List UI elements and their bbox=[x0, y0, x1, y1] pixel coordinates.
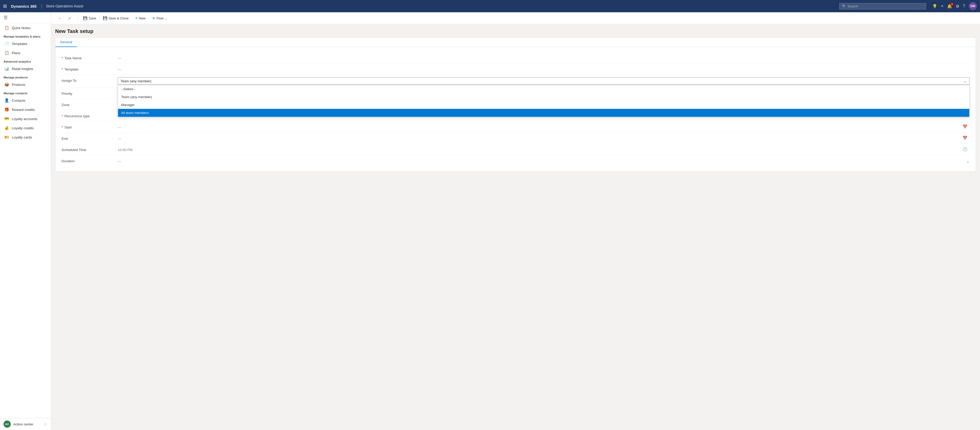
notification-badge: 2 bbox=[950, 3, 954, 6]
save-close-icon: 💾 bbox=[103, 16, 107, 20]
back-button[interactable]: ← bbox=[55, 14, 65, 22]
save-button[interactable]: 💾 Save bbox=[80, 14, 99, 22]
form-row-scheduled-time: Scheduled Time 10:00 PM 🕐 bbox=[62, 144, 969, 155]
templates-icon: 📄 bbox=[4, 41, 9, 46]
user-avatar[interactable]: DM bbox=[969, 2, 977, 10]
module-name: Store Operations Assist bbox=[46, 4, 83, 8]
form-row-end: End --- 📅 bbox=[62, 132, 969, 144]
sidebar-item-loyalty-cards[interactable]: 🎫 Loyalty cards bbox=[0, 132, 51, 142]
content-area: ← ⤢ 💾 Save 💾 Save & Close + New ≋ bbox=[51, 12, 980, 430]
popout-icon: ⤢ bbox=[68, 16, 71, 20]
action-center-label: Action center bbox=[13, 422, 33, 426]
assign-to-dropdown[interactable]: Team (any member) ⌄ --Select-- Team (any… bbox=[118, 77, 969, 85]
dropdown-option-manager[interactable]: Manager bbox=[118, 101, 969, 109]
start-calendar-icon[interactable]: 📅 bbox=[963, 124, 967, 129]
scheduled-time-value[interactable]: 10:00 PM bbox=[118, 147, 969, 152]
form-body: *Task Name --- *Template --- Assign To bbox=[56, 47, 976, 172]
tab-general[interactable]: General bbox=[56, 38, 77, 47]
sidebar-item-label: Loyalty cards bbox=[12, 135, 32, 139]
assign-to-trigger[interactable]: Team (any member) ⌄ bbox=[118, 77, 969, 85]
sidebar-item-contacts[interactable]: 👤 Contacts bbox=[0, 96, 51, 105]
loyalty-cards-icon: 🎫 bbox=[4, 135, 9, 140]
hamburger-icon[interactable]: ☰ bbox=[0, 12, 51, 23]
sidebar-item-loyalty-accounts[interactable]: 💳 Loyalty accounts bbox=[0, 114, 51, 123]
add-icon[interactable]: + bbox=[941, 3, 944, 9]
save-icon: 💾 bbox=[83, 16, 88, 20]
sidebar-item-action-center[interactable]: AC Action center ☆ bbox=[0, 418, 51, 430]
page-title: New Task setup bbox=[55, 29, 976, 34]
template-label: *Template bbox=[62, 66, 118, 71]
flow-icon: ≋ bbox=[152, 16, 155, 20]
start-label: *Start bbox=[62, 124, 118, 129]
flow-button[interactable]: ≋ Flow ⌄ bbox=[150, 14, 170, 22]
form-row-assign-to: Assign To Team (any member) ⌄ --Select--… bbox=[62, 75, 969, 88]
sidebar-item-plans[interactable]: 📋 Plans bbox=[0, 48, 51, 57]
sidebar-bottom: AC Action center ☆ bbox=[0, 418, 51, 430]
form-card: General *Task Name --- *Template bbox=[55, 37, 976, 172]
recurrence-type-label: *Recurrence type bbox=[62, 113, 118, 118]
scheduled-time-input-wrapper: 10:00 PM 🕐 bbox=[118, 147, 969, 152]
required-marker: * bbox=[62, 67, 63, 71]
zone-label: Zone bbox=[62, 102, 118, 107]
sidebar-item-label: Contacts bbox=[12, 99, 25, 102]
template-value: --- bbox=[118, 66, 969, 71]
search-bar[interactable]: 🔍 bbox=[839, 3, 926, 10]
sidebar-item-label: Reward credits bbox=[12, 108, 35, 111]
loyalty-accounts-icon: 💳 bbox=[4, 116, 9, 121]
grid-icon[interactable]: ⊞ bbox=[3, 3, 7, 9]
sidebar-section-manage-contacts: Manage contacts bbox=[0, 89, 51, 96]
app-name: Dynamics 365 bbox=[11, 4, 37, 8]
sidebar-section-manage-products: Manage products bbox=[0, 73, 51, 80]
required-marker: * bbox=[62, 114, 63, 118]
sidebar-item-retail-insights[interactable]: 📊 Retail insights bbox=[0, 64, 51, 73]
dropdown-option-select[interactable]: --Select-- bbox=[118, 85, 969, 93]
sidebar: ☰ 📋 Quick Notes Manage templates & plans… bbox=[0, 12, 51, 430]
sidebar-item-templates[interactable]: 📄 Templates bbox=[0, 39, 51, 48]
sidebar-item-reward-credits[interactable]: 🎁 Reward credits bbox=[0, 105, 51, 114]
products-icon: 📦 bbox=[4, 82, 9, 87]
form-row-start: *Start --- 📅 bbox=[62, 121, 969, 132]
task-name-label: *Task Name bbox=[62, 55, 118, 60]
settings-icon[interactable]: ⚙ bbox=[956, 4, 959, 9]
scheduled-time-label: Scheduled Time bbox=[62, 147, 118, 152]
save-close-button[interactable]: 💾 Save & Close bbox=[100, 14, 132, 22]
start-value[interactable]: --- bbox=[118, 124, 969, 129]
sidebar-item-quick-notes[interactable]: 📋 Quick Notes bbox=[0, 23, 51, 32]
end-calendar-icon[interactable]: 📅 bbox=[963, 136, 967, 140]
scheduled-time-clock-icon[interactable]: 🕐 bbox=[963, 147, 967, 151]
required-marker: * bbox=[62, 126, 63, 129]
action-center-avatar: AC bbox=[3, 420, 11, 428]
quick-notes-icon: 📋 bbox=[4, 25, 9, 30]
sidebar-item-label: Products bbox=[12, 83, 25, 87]
top-nav-icons: 💡 + 🔔 2 ⚙ ? DM bbox=[932, 2, 977, 10]
toolbar-nav: ← ⤢ bbox=[55, 14, 74, 22]
duration-value[interactable]: --- ⌄ bbox=[118, 158, 969, 163]
top-navigation: ⊞ Dynamics 365 | Store Operations Assist… bbox=[0, 0, 980, 12]
bulb-icon[interactable]: 💡 bbox=[932, 4, 937, 9]
sidebar-item-label: Retail insights bbox=[12, 67, 33, 71]
action-center-star-icon[interactable]: ☆ bbox=[44, 422, 47, 426]
duration-label: Duration bbox=[62, 158, 118, 163]
dropdown-option-team-any[interactable]: Team (any member) bbox=[118, 93, 969, 101]
task-name-value: --- bbox=[118, 55, 969, 60]
assign-to-dropdown-list: --Select-- Team (any member) Manager All… bbox=[118, 85, 969, 117]
sidebar-item-label: Quick Notes bbox=[12, 26, 31, 30]
help-icon[interactable]: ? bbox=[963, 4, 965, 8]
sidebar-item-loyalty-credits[interactable]: 💰 Loyalty credits bbox=[0, 123, 51, 132]
sidebar-section-advanced-analytics: Advanced analytics bbox=[0, 57, 51, 64]
assign-to-selected: Team (any member) bbox=[121, 79, 151, 83]
end-label: End bbox=[62, 135, 118, 140]
new-button[interactable]: + New bbox=[132, 14, 148, 22]
duration-chevron-icon: ⌄ bbox=[966, 159, 969, 163]
retail-insights-icon: 📊 bbox=[4, 67, 9, 71]
sidebar-item-label: Loyalty credits bbox=[12, 126, 34, 130]
end-value[interactable]: --- bbox=[118, 135, 969, 140]
sidebar-item-label: Plans bbox=[12, 51, 21, 55]
notifications-icon[interactable]: 🔔 2 bbox=[947, 4, 952, 9]
popout-button[interactable]: ⤢ bbox=[65, 14, 74, 22]
new-label: New bbox=[139, 16, 146, 20]
dropdown-option-all-team[interactable]: All team members bbox=[118, 109, 969, 117]
form-row-duration: Duration --- ⌄ bbox=[62, 155, 969, 166]
search-input[interactable] bbox=[848, 4, 923, 8]
sidebar-item-products[interactable]: 📦 Products bbox=[0, 80, 51, 89]
